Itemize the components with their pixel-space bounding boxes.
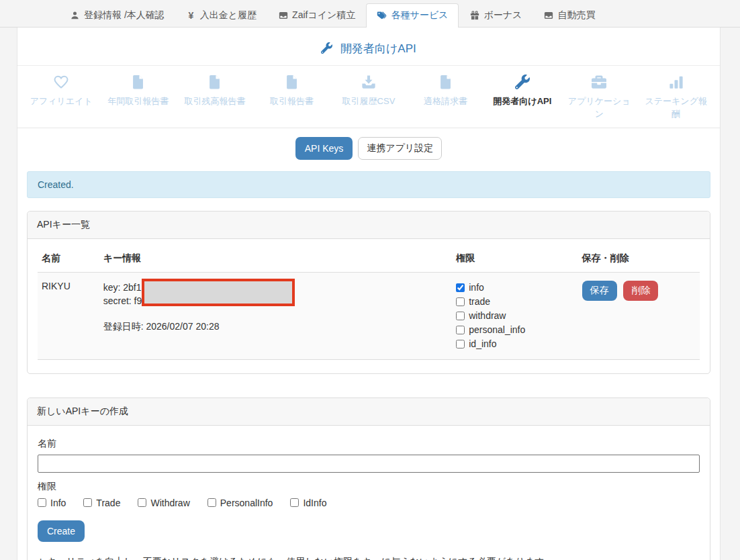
tab-registration-info[interactable]: 登録情報 /本人確認 [59, 3, 175, 28]
page-title: 開発者向けAPI [17, 28, 720, 66]
delete-button[interactable]: 削除 [623, 281, 658, 301]
file-icon [407, 75, 483, 92]
api-key-name: RIKYU [38, 272, 99, 359]
panel-title: 新しいAPIキーの作成 [28, 398, 710, 426]
linked-apps-button[interactable]: 連携アプリ設定 [358, 137, 442, 160]
tab-bonus[interactable]: ボーナス [459, 3, 533, 28]
service-staking-reward[interactable]: ステーキング報酬 [638, 75, 714, 121]
briefcase-icon [561, 75, 637, 92]
create-button[interactable]: Create [38, 520, 85, 542]
permission-option-info[interactable]: Info [38, 498, 66, 508]
top-tab-bar: 登録情報 /本人確認 ¥ 入出金と履歴 Zaifコイン積立 各種サービス ボーナ… [0, 0, 740, 28]
checkbox-info[interactable] [38, 498, 46, 507]
user-icon [70, 11, 80, 20]
tab-auto-trading[interactable]: 自動売買 [533, 3, 606, 28]
new-api-key-panel: 新しいAPIキーの作成 名前 権限 Info Trade Withdraw Pe… [27, 398, 710, 560]
permission-checkbox-personal-info[interactable] [456, 326, 465, 334]
permission-item: info [456, 281, 573, 295]
file-icon [177, 75, 253, 92]
column-header-name: 名前 [38, 243, 99, 273]
tags-icon [377, 11, 387, 20]
tab-label: Zaifコイン積立 [292, 9, 355, 21]
table-header-row: 名前 キー情報 権限 保存・削除 [38, 243, 700, 273]
wrench-icon [484, 75, 561, 92]
permission-option-idinfo[interactable]: IdInfo [290, 498, 326, 508]
permission-item: id_info [456, 337, 573, 351]
checkbox-trade[interactable] [83, 498, 92, 507]
service-trade-history-csv[interactable]: 取引履歴CSV [330, 75, 407, 121]
permission-checkbox-id-info[interactable] [456, 340, 465, 348]
tab-label: 登録情報 /本人確認 [84, 9, 165, 21]
tab-zaif-coin-reserve[interactable]: Zaifコイン積立 [267, 3, 366, 28]
bar-chart-icon [638, 75, 714, 92]
security-notes: セキュリティを向上し、不要なリスクを避けるためにも、使用しない権限をキーに与えな… [38, 555, 700, 560]
checkbox-idinfo[interactable] [290, 498, 299, 507]
permission-checkbox-withdraw[interactable] [456, 312, 465, 320]
service-trade-report[interactable]: 取引報告書 [253, 75, 330, 121]
save-button[interactable]: 保存 [582, 281, 617, 301]
download-icon [330, 75, 407, 92]
yen-icon: ¥ [186, 10, 196, 21]
permissions-label: 権限 [38, 481, 700, 493]
permission-options: Info Trade Withdraw PersonalInfo IdInfo [38, 498, 700, 508]
file-icon [253, 75, 330, 92]
service-developer-api[interactable]: 開発者向けAPI [484, 75, 561, 121]
permission-item: withdraw [456, 309, 573, 323]
tab-label: 各種サービス [391, 9, 448, 21]
api-key-table: 名前 キー情報 権限 保存・削除 RIKYU key: 2bf1 secret:… [38, 243, 700, 360]
api-key-list-panel: APIキー一覧 名前 キー情報 権限 保存・削除 RIKYU [27, 211, 710, 374]
permission-option-trade[interactable]: Trade [83, 498, 120, 508]
wrench-icon [321, 42, 332, 54]
service-affiliate[interactable]: アフィリエイト [23, 75, 99, 121]
name-input[interactable] [38, 455, 700, 473]
permission-list: info trade withdraw personal_info [456, 281, 573, 351]
permission-item: trade [456, 295, 573, 309]
tab-label: ボーナス [483, 9, 522, 21]
service-annual-report[interactable]: 年間取引報告書 [99, 75, 176, 121]
tab-content: 開発者向けAPI アフィリエイト 年間取引報告書 取引残高報告書 取引報告書 取… [17, 28, 721, 560]
view-switch: API Keys 連携アプリ設定 [17, 137, 720, 160]
inbox-icon [278, 11, 288, 20]
checkbox-personalinfo[interactable] [207, 498, 216, 507]
key-info-cell: key: 2bf1 secret: f9 登録日時: 2026/02/07 20… [103, 281, 449, 333]
service-application[interactable]: アプリケーション [561, 75, 637, 121]
file-icon [99, 75, 176, 92]
permission-checkbox-trade[interactable] [456, 297, 465, 306]
new-api-key-form: 名前 権限 Info Trade Withdraw PersonalInfo I… [28, 426, 710, 560]
tab-label: 自動売買 [557, 9, 595, 21]
tab-deposits-history[interactable]: ¥ 入出金と履歴 [175, 3, 267, 28]
tab-various-services[interactable]: 各種サービス [366, 3, 459, 28]
gift-icon [469, 11, 479, 20]
checkbox-withdraw[interactable] [138, 498, 146, 507]
permission-option-withdraw[interactable]: Withdraw [138, 498, 189, 508]
registered-datetime: 登録日時: 2026/02/07 20:28 [103, 320, 449, 333]
api-keys-button[interactable]: API Keys [295, 137, 353, 160]
note-line: セキュリティを向上し、不要なリスクを避けるためにも、使用しない権限をキーに与えな… [38, 555, 700, 560]
permission-item: personal_info [456, 323, 573, 337]
service-qualified-invoice[interactable]: 適格請求書 [407, 75, 483, 121]
service-balance-report[interactable]: 取引残高報告書 [177, 75, 253, 121]
tab-label: 入出金と履歴 [200, 9, 257, 21]
inbox-icon [543, 11, 553, 20]
redaction-overlay [142, 279, 295, 306]
panel-title: APIキー一覧 [28, 212, 710, 239]
api-key-table-wrap: 名前 キー情報 権限 保存・削除 RIKYU key: 2bf1 secret:… [28, 239, 710, 373]
permission-option-personalinfo[interactable]: PersonalInfo [207, 498, 273, 508]
column-header-actions: 保存・削除 [578, 243, 700, 273]
heart-icon [23, 75, 99, 92]
permission-checkbox-info[interactable] [456, 283, 465, 292]
info-alert: Created. [27, 171, 710, 198]
column-header-permissions: 権限 [452, 243, 577, 273]
table-row: RIKYU key: 2bf1 secret: f9 登録日時: 2026/02… [38, 272, 700, 359]
column-header-key-info: キー情報 [99, 243, 453, 273]
services-nav: アフィリエイト 年間取引報告書 取引残高報告書 取引報告書 取引履歴CSV 適格… [17, 66, 720, 128]
name-label: 名前 [38, 438, 700, 450]
